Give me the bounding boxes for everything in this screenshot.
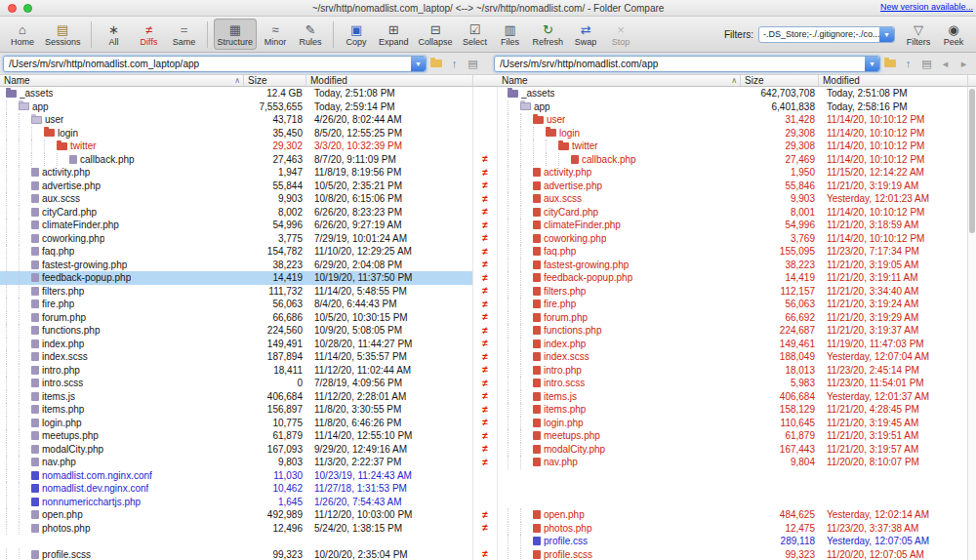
file-row[interactable]: photos.php12,4965/24/20, 1:38:15 PM [0,522,472,536]
file-row[interactable]: forum.php66,69211/21/20, 3:19:29 AM [498,311,967,325]
stop-button[interactable]: ×Stop [604,19,637,50]
file-row[interactable]: app6,401,838Today, 2:58:16 PM [498,100,967,114]
left-modified-header[interactable]: Modified [306,75,472,86]
file-row[interactable]: activity.php1,94711/8/19, 8:19:56 PM [0,166,472,180]
file-row[interactable]: meetups.php61,87911/14/20, 12:55:10 PM [0,429,472,443]
file-row[interactable]: coworking.php3,7757/29/19, 10:01:24 AM [0,232,472,246]
file-row[interactable]: callback.php27,46911/14/20, 10:10:12 PM [498,153,967,167]
file-row[interactable]: modalCity.php167,0939/29/20, 12:49:16 AM [0,443,472,457]
file-row[interactable]: photos.php12,47511/23/20, 3:37:38 AM [498,522,967,536]
right-name-header[interactable]: Name ∧ [498,75,741,86]
file-row[interactable]: intro.php18,01311/23/20, 2:45:14 PM [498,364,967,378]
file-row[interactable]: filters.php112,15711/21/20, 3:34:40 AM [498,285,967,299]
file-row[interactable]: forum.php66,68610/5/20, 10:30:15 PM [0,311,472,325]
right-size-header[interactable]: Size [741,75,819,86]
file-row[interactable]: filters.php111,73211/14/20, 5:48:55 PM [0,285,472,299]
file-row[interactable]: faq.php155,09511/23/20, 7:17:34 PM [498,245,967,259]
file-row[interactable]: functions.php224,56010/9/20, 5:08:05 PM [0,324,472,338]
left-name-header[interactable]: Name ∧ [0,75,244,86]
file-row[interactable]: cityCard.php8,0026/26/20, 8:23:23 PM [0,206,472,220]
right-modified-header[interactable]: Modified [819,75,967,86]
left-size-header[interactable]: Size [244,75,306,86]
sessions-button[interactable]: ▤Sessions [41,19,85,50]
file-row[interactable]: nomadlist.dev.nginx.conf10,46211/27/18, … [0,482,472,496]
file-row[interactable]: index.php149,49110/28/20, 11:44:27 PM [0,338,472,351]
file-row[interactable]: modalCity.php167,44311/21/20, 3:19:57 AM [498,443,967,457]
new-version-link[interactable]: New version available... [880,2,973,12]
rules-button[interactable]: ✎Rules [294,19,327,50]
file-row[interactable]: advertise.php55,84410/5/20, 2:35:21 PM [0,180,472,193]
refresh-button[interactable]: ↻Refresh [529,19,568,50]
file-row[interactable]: login.php10,77511/8/20, 6:46:26 PM [0,417,472,430]
file-row[interactable]: functions.php224,68711/21/20, 3:19:37 AM [498,324,967,338]
swap-button[interactable]: ⇄Swap [569,19,602,50]
file-row[interactable]: open.php492,98911/12/20, 10:03:00 PM [0,508,472,522]
file-row[interactable]: login29,30811/14/20, 10:10:12 PM [498,127,967,140]
file-row[interactable]: climateFinder.php54,9966/26/20, 9:27:19 … [0,219,472,232]
file-row[interactable]: advertise.php55,84611/21/20, 3:19:19 AM [498,180,967,193]
file-row[interactable]: callback.php27,4638/7/20, 9:11:09 PM [0,153,472,167]
file-row[interactable]: user43,7184/26/20, 8:02:44 AM [0,113,472,127]
file-row[interactable]: nonnumericchartjs.php1,6451/26/20, 7:54:… [0,496,472,509]
file-row[interactable]: cityCard.php8,00111/14/20, 10:10:12 PM [498,206,967,220]
file-row[interactable]: _assets642,703,708Today, 2:51:08 PM [498,87,967,100]
right-scrollbar[interactable] [967,87,976,560]
file-row[interactable]: login.php110,64511/21/20, 3:19:45 AM [498,417,967,430]
forward-button[interactable]: ▸ [955,55,973,72]
file-row[interactable]: index.scss187,89411/14/20, 5:35:57 PM [0,350,472,364]
file-row[interactable]: coworking.php3,76911/14/20, 10:10:12 PM [498,232,967,246]
browse-folder-button[interactable] [427,55,445,72]
file-row[interactable]: fastest-growing.php38,22311/21/20, 3:19:… [498,259,967,272]
file-row[interactable]: twitter29,30811/14/20, 10:10:12 PM [498,140,967,153]
file-row[interactable]: user31,42811/14/20, 10:10:12 PM [498,113,967,127]
collapse-button[interactable]: ⊟Collapse [415,19,457,50]
file-row[interactable]: items.php158,12911/21/20, 4:28:45 PM [498,403,967,417]
scrollbar-thumb[interactable] [969,89,975,233]
file-row[interactable]: fastest-growing.php38,2236/29/20, 2:04:0… [0,259,472,272]
parent-folder-button[interactable]: ↑ [445,55,464,72]
file-row[interactable]: climateFinder.php54,99611/21/20, 3:18:59… [498,219,967,232]
peek-button[interactable]: ◉Peek [937,19,970,50]
parent-folder-button[interactable]: ↑ [899,55,917,72]
file-row[interactable]: nav.php9,80311/3/20, 2:22:37 PM [0,456,472,469]
home-button[interactable]: ⌂Home [6,19,39,50]
structure-button[interactable]: ▦Structure [214,19,258,50]
file-row[interactable]: _assets12.4 GBToday, 2:51:08 PM [0,87,472,100]
select-button[interactable]: ☑Select [459,19,492,50]
diffs-button[interactable]: ≠Diffs [133,19,166,50]
file-row[interactable]: items.php156,89711/8/20, 3:30:55 PM [0,403,472,417]
file-row[interactable]: nav.php9,80411/20/20, 8:10:07 PM [498,456,967,469]
file-row[interactable]: profile.scss99,32311/20/20, 12:07:05 AM [498,548,967,560]
file-row[interactable]: fire.php56,0638/4/20, 6:44:43 PM [0,298,472,311]
file-row[interactable]: items.js406,68411/12/20, 2:28:01 AM [0,390,472,404]
copy-button[interactable]: ▣Copy [340,19,373,50]
minor-button[interactable]: ≈Minor [259,19,292,50]
file-row[interactable]: open.php484,625Yesterday, 12:02:14 AM [498,508,967,522]
filters-combobox[interactable]: -.DS_Store;-./.gitignore;-./co...▼ [758,26,895,43]
file-row[interactable]: nomadlist.com.nginx.conf11,03010/23/19, … [0,469,472,483]
file-row[interactable]: twitter29,3023/3/20, 10:32:39 PM [0,140,472,153]
file-row[interactable]: intro.scss07/28/19, 4:09:56 PM [0,377,472,390]
file-row[interactable]: app7,553,655Today, 2:59:14 PM [0,100,472,114]
folder-info-button[interactable]: ▤ [464,55,482,72]
same-button[interactable]: =Same [168,19,201,50]
file-row[interactable]: fire.php56,06311/21/20, 3:19:24 AM [498,298,967,311]
file-row[interactable]: intro.scss5,98311/23/20, 11:54:01 PM [498,377,967,390]
file-row[interactable]: aux.scss9,903Yesterday, 12:01:23 AM [498,192,967,206]
file-row[interactable]: faq.php154,78211/10/20, 12:29:25 AM [0,245,472,259]
right-path-combobox[interactable]: /Users/m/srv/http/nomadlist.com/app ▼ [494,56,880,72]
chevron-down-icon[interactable]: ▼ [879,27,894,42]
chevron-down-icon[interactable]: ▼ [411,57,426,71]
file-row[interactable]: activity.php1,95011/15/20, 12:14:22 AM [498,166,967,180]
all-button[interactable]: ∗All [98,19,131,50]
filters-button[interactable]: ▽Filters [902,19,935,50]
file-row[interactable]: meetups.php61,87911/21/20, 3:19:51 AM [498,429,967,443]
file-row[interactable]: index.php149,46111/19/20, 11:47:03 PM [498,338,967,351]
file-row[interactable]: profile.css289,118Yesterday, 12:07:05 AM [498,535,967,548]
file-row[interactable]: feedback-popup.php14,41910/19/20, 11:37:… [0,271,472,285]
browse-folder-button[interactable] [880,55,899,72]
file-row[interactable]: feedback-popup.php14,41911/21/20, 3:19:1… [498,271,967,285]
files-button[interactable]: ▥Files [494,19,527,50]
file-row[interactable]: profile.scss99,32310/20/20, 2:35:04 PM [0,548,472,560]
back-button[interactable]: ◂ [936,55,955,72]
